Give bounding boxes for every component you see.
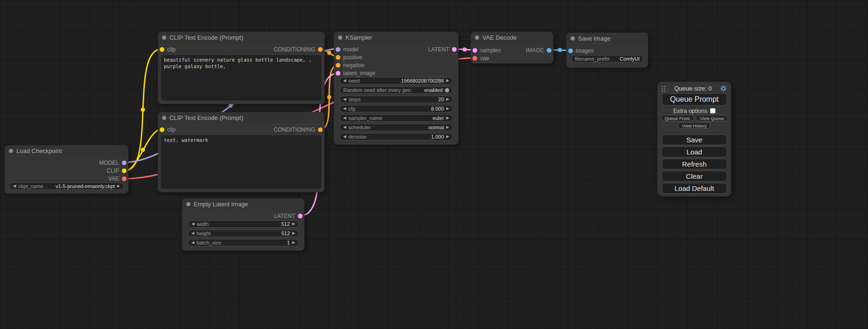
- decrement-arrow-icon[interactable]: ◀: [343, 135, 346, 139]
- node-header[interactable]: Empty Latent Image: [182, 198, 304, 210]
- widget-steps[interactable]: ◀ steps 20 ▶: [339, 96, 453, 103]
- slot-row: samples IMAGE: [471, 46, 553, 54]
- toggle-pip-icon[interactable]: [445, 88, 449, 92]
- slot-label: CONDITIONING: [274, 126, 315, 133]
- node-collapse-dot[interactable]: [475, 35, 479, 40]
- output-dot-latent[interactable]: [298, 214, 303, 218]
- refresh-button[interactable]: Refresh: [662, 159, 727, 169]
- widget-value: enabled: [424, 87, 443, 93]
- increment-arrow-icon[interactable]: ▶: [446, 116, 449, 120]
- load-button[interactable]: Load: [662, 147, 727, 157]
- node-header[interactable]: Save Image: [566, 33, 648, 44]
- decrement-arrow-icon[interactable]: ◀: [343, 126, 346, 129]
- node-header[interactable]: KSampler: [334, 32, 459, 43]
- widget-seed[interactable]: ◀ seed 156680208700286 ▶: [339, 77, 453, 84]
- settings-gear-icon[interactable]: [720, 85, 727, 92]
- decrement-arrow-icon[interactable]: ◀: [191, 241, 194, 245]
- input-dot-clip[interactable]: [160, 47, 164, 52]
- increment-arrow-icon[interactable]: ▶: [292, 241, 295, 245]
- extra-options-checkbox[interactable]: [710, 108, 715, 113]
- output-dot-model[interactable]: [122, 161, 127, 165]
- output-dot-image[interactable]: [547, 48, 551, 53]
- widget-cfg[interactable]: ◀ cfg 8.000 ▶: [339, 105, 453, 112]
- queue-prompt-button[interactable]: Queue Prompt: [662, 93, 727, 105]
- decrement-arrow-icon[interactable]: ◀: [191, 231, 194, 235]
- node-collapse-dot[interactable]: [186, 202, 191, 206]
- increment-arrow-icon[interactable]: ▶: [446, 126, 449, 129]
- queue-front-button[interactable]: Queue Front: [661, 115, 694, 121]
- widget-batch-size[interactable]: ◀ batch_size 1 ▶: [188, 239, 299, 246]
- slot-label: latent_image: [343, 70, 375, 77]
- decrement-arrow-icon[interactable]: ◀: [191, 222, 194, 226]
- node-collapse-dot[interactable]: [162, 35, 166, 40]
- node-collapse-dot[interactable]: [9, 149, 13, 153]
- input-dot-images[interactable]: [568, 49, 573, 53]
- decrement-arrow-icon[interactable]: ◀: [343, 98, 346, 101]
- node-title: CLIP Text Encode (Prompt): [169, 114, 243, 121]
- output-dot-clip[interactable]: [122, 168, 127, 173]
- widget-scheduler[interactable]: ◀ scheduler normal ▶: [339, 124, 453, 131]
- widget-random-seed-toggle[interactable]: Random seed after every gen enabled: [339, 86, 453, 94]
- input-dot-vae[interactable]: [473, 56, 477, 61]
- negative-prompt-textarea[interactable]: text, watermark: [161, 135, 321, 189]
- node-collapse-dot[interactable]: [571, 36, 575, 41]
- widget-value: normal: [428, 125, 444, 130]
- widget-label: scheduler: [348, 125, 371, 130]
- node-collapse-dot[interactable]: [338, 35, 342, 40]
- node-title: Load Checkpoint: [16, 147, 62, 154]
- widget-label: seed: [348, 78, 360, 84]
- node-header[interactable]: Load Checkpoint: [5, 145, 128, 156]
- input-dot-negative[interactable]: [336, 63, 340, 68]
- decrement-arrow-icon[interactable]: ◀: [13, 184, 16, 188]
- node-vae-decode[interactable]: VAE Decode samples IMAGE vae: [471, 32, 553, 63]
- slot-label: vae: [480, 55, 489, 62]
- decrement-arrow-icon[interactable]: ◀: [343, 79, 346, 83]
- widget-sampler-name[interactable]: ◀ sampler_name euler ▶: [339, 114, 453, 122]
- widget-width[interactable]: ◀ width 512 ▶: [188, 220, 299, 228]
- slot-row: model LATENT: [334, 45, 459, 53]
- decrement-arrow-icon[interactable]: ◀: [343, 116, 346, 120]
- widget-filename-prefix[interactable]: filename_prefix ComfyUI: [571, 55, 643, 63]
- node-clip-text-encode-negative[interactable]: CLIP Text Encode (Prompt) clip CONDITION…: [158, 112, 325, 192]
- input-dot-latent-image[interactable]: [336, 71, 340, 76]
- increment-arrow-icon[interactable]: ▶: [446, 79, 449, 83]
- decrement-arrow-icon[interactable]: ◀: [343, 107, 346, 111]
- node-header[interactable]: VAE Decode: [471, 32, 553, 43]
- node-clip-text-encode-positive[interactable]: CLIP Text Encode (Prompt) clip CONDITION…: [158, 32, 325, 104]
- slot-label: CONDITIONING: [274, 46, 315, 53]
- increment-arrow-icon[interactable]: ▶: [117, 184, 120, 188]
- widget-ckpt-name[interactable]: ◀ ckpt_name v1-5-pruned-emaonly.ckpt ▶: [9, 182, 124, 190]
- increment-arrow-icon[interactable]: ▶: [446, 98, 449, 101]
- positive-prompt-textarea[interactable]: beautiful scenery nature glass bottle la…: [161, 55, 321, 100]
- drag-handle-icon[interactable]: [662, 85, 666, 92]
- slot-label: CLIP: [106, 168, 119, 174]
- node-load-checkpoint[interactable]: Load Checkpoint MODEL CLIP VAE ◀ ckpt_na…: [5, 145, 128, 194]
- load-default-button[interactable]: Load Default: [662, 183, 727, 194]
- increment-arrow-icon[interactable]: ▶: [446, 135, 449, 139]
- node-ksampler[interactable]: KSampler model LATENT positive negative: [334, 32, 459, 145]
- node-header[interactable]: CLIP Text Encode (Prompt): [158, 112, 325, 123]
- widget-denoise[interactable]: ◀ denoise 1.000 ▶: [339, 133, 453, 140]
- output-dot-conditioning[interactable]: [318, 47, 323, 52]
- slot-label: LATENT: [428, 46, 449, 53]
- increment-arrow-icon[interactable]: ▶: [292, 231, 295, 235]
- node-save-image[interactable]: Save Image images filename_prefix ComfyU…: [566, 33, 648, 68]
- node-empty-latent-image[interactable]: Empty Latent Image LATENT ◀ width 512 ▶ …: [182, 198, 304, 251]
- view-history-button[interactable]: View History: [678, 122, 711, 129]
- increment-arrow-icon[interactable]: ▶: [446, 107, 449, 111]
- view-queue-button[interactable]: View Queue: [696, 115, 728, 121]
- widget-height[interactable]: ◀ height 512 ▶: [188, 230, 299, 237]
- input-dot-clip[interactable]: [160, 127, 164, 132]
- node-graph-canvas[interactable]: Load Checkpoint MODEL CLIP VAE ◀ ckpt_na…: [0, 0, 868, 329]
- save-button[interactable]: Save: [662, 134, 727, 145]
- increment-arrow-icon[interactable]: ▶: [292, 222, 295, 226]
- clear-button[interactable]: Clear: [662, 171, 727, 182]
- output-dot-conditioning[interactable]: [318, 127, 323, 132]
- input-dot-positive[interactable]: [336, 55, 340, 60]
- output-dot-vae[interactable]: [122, 176, 127, 181]
- input-dot-model[interactable]: [336, 47, 340, 52]
- node-collapse-dot[interactable]: [162, 116, 166, 120]
- output-dot-latent[interactable]: [452, 47, 457, 52]
- input-dot-samples[interactable]: [473, 48, 477, 53]
- node-header[interactable]: CLIP Text Encode (Prompt): [158, 32, 325, 43]
